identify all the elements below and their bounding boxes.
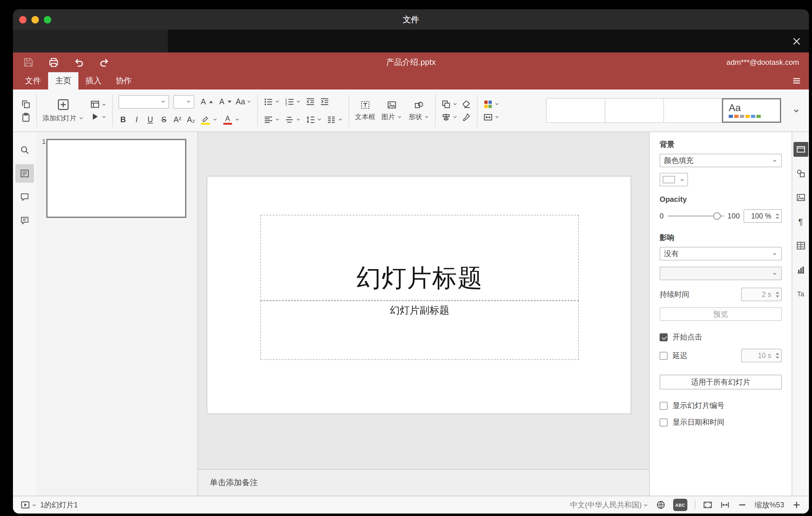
slide-surface[interactable]: 幻灯片标题 幻灯片副标题 xyxy=(207,176,631,414)
clear-style-button[interactable] xyxy=(462,99,472,109)
spinner-arrows-icon[interactable] xyxy=(776,353,779,358)
color-scheme-button[interactable] xyxy=(484,99,500,109)
theme-gallery-expand-button[interactable] xyxy=(792,107,800,114)
opacity-spinner[interactable]: 100 % xyxy=(744,209,782,223)
decrease-indent-button[interactable] xyxy=(306,96,316,107)
insert-image-button[interactable]: 图片 xyxy=(382,100,403,121)
slide-thumbnail[interactable] xyxy=(46,139,186,218)
delay-checkbox[interactable] xyxy=(660,351,668,360)
menu-button[interactable] xyxy=(792,72,802,89)
italic-button[interactable]: I xyxy=(132,113,141,125)
tab-collaboration[interactable]: 协作 xyxy=(109,72,139,89)
show-slide-number-checkbox[interactable] xyxy=(660,402,668,410)
apply-to-all-slides-button[interactable]: 适用于所有幻灯片 xyxy=(660,375,782,390)
preview-button[interactable]: 预览 xyxy=(660,307,782,321)
numbering-button[interactable] xyxy=(285,96,301,107)
copy-icon xyxy=(21,99,31,109)
document-language-button[interactable] xyxy=(656,500,666,510)
zoom-window-button[interactable] xyxy=(44,16,51,23)
start-on-click-checkbox[interactable] xyxy=(660,333,668,341)
highlight-color-button[interactable] xyxy=(200,114,218,124)
paste-button[interactable] xyxy=(21,112,31,122)
duration-spinner[interactable]: 2 s xyxy=(741,288,782,301)
horizontal-align-button[interactable] xyxy=(264,114,281,124)
insert-shape-button[interactable]: 形状 xyxy=(409,100,430,121)
fit-to-width-button[interactable] xyxy=(720,500,730,510)
chevron-down-icon xyxy=(246,99,252,104)
slide-settings-button[interactable] xyxy=(793,142,808,157)
copy-style-button[interactable] xyxy=(462,112,472,122)
transition-variant-select[interactable] xyxy=(660,267,782,280)
underline-button[interactable]: U xyxy=(146,113,155,125)
spinner-arrows-icon[interactable] xyxy=(776,292,779,297)
close-window-button[interactable] xyxy=(19,16,27,23)
theme-thumbnail[interactable] xyxy=(546,98,605,123)
bold-button[interactable]: B xyxy=(118,113,128,125)
strikethrough-button[interactable]: S xyxy=(159,113,169,125)
redo-button[interactable] xyxy=(99,57,110,68)
tab-file[interactable]: 文件 xyxy=(18,72,48,89)
increase-indent-button[interactable] xyxy=(320,96,330,107)
font-name-select[interactable] xyxy=(118,95,169,108)
decrease-font-button[interactable]: A xyxy=(217,95,231,108)
language-select[interactable]: 中文(中华人民共和国) xyxy=(570,500,648,510)
subscript-button[interactable]: A₂ xyxy=(186,113,196,125)
close-dialog-button[interactable] xyxy=(792,36,802,46)
align-shape-button[interactable] xyxy=(441,112,458,122)
tab-home[interactable]: 主页 xyxy=(48,72,78,89)
show-date-time-checkbox[interactable] xyxy=(660,419,668,427)
bullets-button[interactable] xyxy=(264,96,281,107)
change-layout-button[interactable] xyxy=(90,99,107,109)
add-slide-button[interactable]: 添加幻灯片 xyxy=(42,98,84,123)
delay-spinner[interactable]: 10 s xyxy=(741,349,782,362)
textart-settings-button[interactable]: Ta xyxy=(793,286,808,301)
zoom-in-button[interactable] xyxy=(792,500,802,510)
insert-textbox-button[interactable]: 文本框 xyxy=(355,100,375,121)
theme-thumbnail-selected[interactable]: Aa xyxy=(722,98,781,123)
start-slideshow-status-button[interactable] xyxy=(20,500,37,510)
print-button[interactable] xyxy=(48,57,59,68)
columns-button[interactable] xyxy=(327,114,343,124)
font-color-button[interactable]: A xyxy=(222,114,240,124)
fit-to-slide-button[interactable] xyxy=(703,500,713,510)
copy-button[interactable] xyxy=(21,99,31,109)
notes-area[interactable]: 单击添加备注 xyxy=(198,469,649,496)
theme-thumbnail[interactable] xyxy=(605,98,664,123)
style-group xyxy=(460,99,473,122)
undo-button[interactable] xyxy=(74,57,85,68)
spinner-arrows-icon[interactable] xyxy=(776,213,779,219)
transition-effect-select[interactable]: 没有 xyxy=(660,247,782,260)
increase-font-button[interactable]: A xyxy=(199,95,213,108)
spellcheck-button[interactable]: ABC xyxy=(673,499,687,511)
change-case-button[interactable]: Aa xyxy=(236,95,252,108)
paragraph-settings-button[interactable]: ¶ xyxy=(793,214,808,229)
slide-size-button[interactable] xyxy=(484,112,500,122)
fill-color-select[interactable] xyxy=(660,173,688,187)
font-color-letter: A xyxy=(225,114,230,122)
chart-settings-button[interactable] xyxy=(793,262,808,277)
opacity-slider[interactable] xyxy=(667,216,724,217)
slide-subtitle-placeholder[interactable]: 幻灯片副标题 xyxy=(260,300,579,360)
save-button[interactable] xyxy=(23,57,34,68)
slide-title-placeholder[interactable]: 幻灯片标题 xyxy=(260,215,579,300)
tab-insert[interactable]: 插入 xyxy=(78,72,109,89)
superscript-button[interactable]: A² xyxy=(173,113,182,125)
chevron-down-icon xyxy=(453,101,458,107)
fill-type-select[interactable]: 颜色填充 xyxy=(660,154,782,167)
search-panel-button[interactable] xyxy=(15,141,34,159)
chat-panel-button[interactable] xyxy=(15,211,34,230)
vertical-align-button[interactable] xyxy=(285,114,301,124)
minimize-window-button[interactable] xyxy=(31,16,39,23)
arrange-shape-button[interactable] xyxy=(441,99,458,109)
shape-settings-button[interactable] xyxy=(793,166,808,181)
font-size-select[interactable] xyxy=(173,95,194,108)
table-settings-button[interactable] xyxy=(793,238,808,253)
opacity-slider-knob[interactable] xyxy=(713,212,721,220)
image-settings-button[interactable] xyxy=(793,190,808,205)
zoom-out-button[interactable] xyxy=(737,500,747,510)
slides-panel-button[interactable] xyxy=(15,164,34,183)
comments-panel-button[interactable] xyxy=(15,188,34,206)
theme-thumbnail[interactable] xyxy=(663,98,723,123)
line-spacing-button[interactable] xyxy=(306,114,322,124)
start-slideshow-button[interactable] xyxy=(90,112,107,122)
